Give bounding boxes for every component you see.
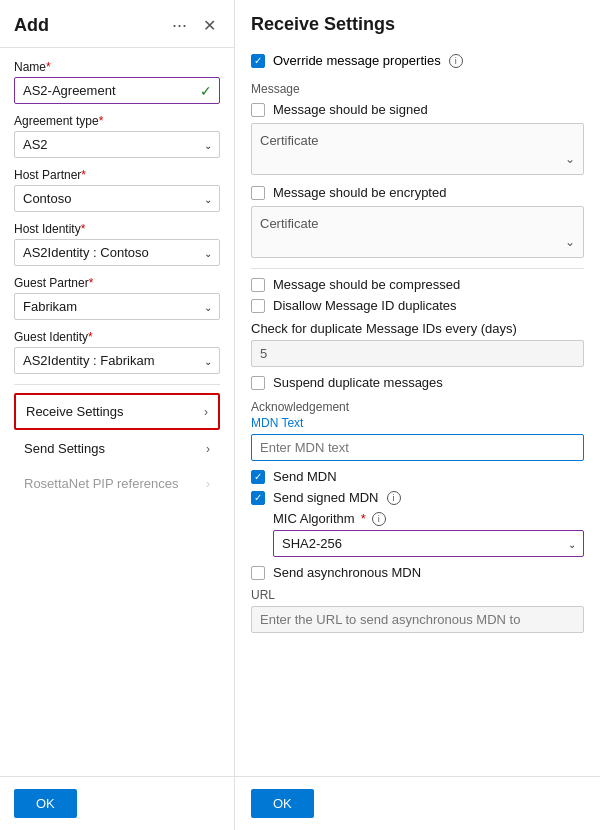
nav-item-rosetta[interactable]: RosettaNet PIP references ›: [14, 467, 220, 500]
right-panel-title: Receive Settings: [251, 14, 395, 34]
more-options-icon[interactable]: ···: [172, 15, 187, 36]
suspend-duplicates-row: Suspend duplicate messages: [251, 375, 584, 390]
mic-dropdown-wrapper: SHA2-256 SHA1 MD5 ⌄: [273, 530, 584, 557]
agreement-type-select[interactable]: AS2: [14, 131, 220, 158]
msg-compressed-row: Message should be compressed: [251, 277, 584, 292]
nav-rosetta-chevron-icon: ›: [206, 477, 210, 491]
host-identity-field-group: Host Identity* AS2Identity : Contoso ⌄: [14, 222, 220, 266]
mic-algorithm-select[interactable]: SHA2-256 SHA1 MD5: [273, 530, 584, 557]
guest-partner-label: Guest Partner*: [14, 276, 220, 290]
host-partner-select-wrapper: Contoso ⌄: [14, 185, 220, 212]
msg-signed-label: Message should be signed: [273, 102, 428, 117]
nav-send-chevron-icon: ›: [206, 442, 210, 456]
guest-identity-field-group: Guest Identity* AS2Identity : Fabrikam ⌄: [14, 330, 220, 374]
host-partner-label: Host Partner*: [14, 168, 220, 182]
mdn-text-input[interactable]: [251, 434, 584, 461]
agreement-type-label: Agreement type*: [14, 114, 220, 128]
send-signed-mdn-info-icon[interactable]: i: [387, 491, 401, 505]
host-identity-select[interactable]: AS2Identity : Contoso: [14, 239, 220, 266]
override-check-icon: ✓: [254, 55, 262, 66]
url-section: URL: [251, 588, 584, 633]
override-row: ✓ Override message properties i: [251, 53, 584, 68]
mic-info-icon[interactable]: i: [372, 512, 386, 526]
name-input[interactable]: [14, 77, 220, 104]
override-checkbox[interactable]: ✓: [251, 54, 265, 68]
divider-1: [251, 268, 584, 269]
mic-required-star: *: [361, 511, 366, 526]
name-field-group: Name* ✓: [14, 60, 220, 104]
msg-compressed-checkbox[interactable]: [251, 278, 265, 292]
left-content: Name* ✓ Agreement type* AS2 ⌄ Host Partn…: [0, 48, 234, 776]
panel-title: Add: [14, 15, 172, 36]
host-partner-select[interactable]: Contoso: [14, 185, 220, 212]
msg-signed-checkbox[interactable]: [251, 103, 265, 117]
certificate1-inner: Certificate ⌄: [252, 124, 583, 174]
send-async-mdn-label: Send asynchronous MDN: [273, 565, 421, 580]
msg-encrypted-checkbox[interactable]: [251, 186, 265, 200]
send-async-mdn-row: Send asynchronous MDN: [251, 565, 584, 580]
close-button[interactable]: ✕: [199, 14, 220, 37]
certificate2-inner: Certificate ⌄: [252, 207, 583, 257]
suspend-duplicates-label: Suspend duplicate messages: [273, 375, 443, 390]
override-info-icon[interactable]: i: [449, 54, 463, 68]
acknowledgement-section: Acknowledgement MDN Text ✓ Send MDN ✓ Se…: [251, 400, 584, 633]
nav-rosetta-label: RosettaNet PIP references: [24, 476, 178, 491]
agreement-type-select-wrapper: AS2 ⌄: [14, 131, 220, 158]
message-section-label: Message: [251, 82, 584, 96]
right-content: ✓ Override message properties i Message …: [235, 45, 600, 776]
certificate2-chevron: ⌄: [252, 233, 583, 253]
certificate1-label: Certificate: [252, 128, 583, 150]
msg-encrypted-row: Message should be encrypted: [251, 185, 584, 200]
nav-item-send[interactable]: Send Settings ›: [14, 432, 220, 465]
nav-send-label: Send Settings: [24, 441, 105, 456]
override-label: Override message properties: [273, 53, 441, 68]
send-signed-mdn-check-icon: ✓: [254, 492, 262, 503]
right-header: Receive Settings: [235, 0, 600, 45]
url-input[interactable]: [251, 606, 584, 633]
send-mdn-check-icon: ✓: [254, 471, 262, 482]
certificate1-chevron-icon: ⌄: [565, 152, 575, 166]
name-input-wrapper: ✓: [14, 77, 220, 104]
msg-signed-row: Message should be signed: [251, 102, 584, 117]
guest-identity-select-wrapper: AS2Identity : Fabrikam ⌄: [14, 347, 220, 374]
disallow-duplicates-label: Disallow Message ID duplicates: [273, 298, 457, 313]
days-input[interactable]: [251, 340, 584, 367]
certificate1-chevron: ⌄: [252, 150, 583, 170]
nav-receive-chevron-icon: ›: [204, 405, 208, 419]
host-partner-field-group: Host Partner* Contoso ⌄: [14, 168, 220, 212]
nav-item-receive[interactable]: Receive Settings ›: [14, 393, 220, 430]
name-label: Name*: [14, 60, 220, 74]
send-mdn-checkbox[interactable]: ✓: [251, 470, 265, 484]
send-signed-mdn-label: Send signed MDN: [273, 490, 379, 505]
guest-partner-select[interactable]: Fabrikam: [14, 293, 220, 320]
mic-algorithm-section: MIC Algorithm * i SHA2-256 SHA1 MD5 ⌄: [273, 511, 584, 557]
left-ok-button[interactable]: OK: [14, 789, 77, 818]
certificate2-chevron-icon: ⌄: [565, 235, 575, 249]
send-mdn-row: ✓ Send MDN: [251, 469, 584, 484]
left-panel: Add ··· ✕ Name* ✓ Agreement type* AS2 ⌄: [0, 0, 235, 830]
guest-identity-select[interactable]: AS2Identity : Fabrikam: [14, 347, 220, 374]
certificate2-box: Certificate ⌄: [251, 206, 584, 258]
msg-compressed-label: Message should be compressed: [273, 277, 460, 292]
host-identity-select-wrapper: AS2Identity : Contoso ⌄: [14, 239, 220, 266]
right-ok-button[interactable]: OK: [251, 789, 314, 818]
nav-receive-label: Receive Settings: [26, 404, 124, 419]
url-label: URL: [251, 588, 584, 602]
mic-algorithm-label: MIC Algorithm: [273, 511, 355, 526]
suspend-duplicates-checkbox[interactable]: [251, 376, 265, 390]
mdn-text-label: MDN Text: [251, 416, 584, 430]
mic-label-row: MIC Algorithm * i: [273, 511, 584, 526]
nav-divider: [14, 384, 220, 385]
guest-partner-select-wrapper: Fabrikam ⌄: [14, 293, 220, 320]
host-identity-label: Host Identity*: [14, 222, 220, 236]
guest-partner-field-group: Guest Partner* Fabrikam ⌄: [14, 276, 220, 320]
send-async-mdn-checkbox[interactable]: [251, 566, 265, 580]
disallow-duplicates-checkbox[interactable]: [251, 299, 265, 313]
disallow-duplicates-row: Disallow Message ID duplicates: [251, 298, 584, 313]
send-signed-mdn-row: ✓ Send signed MDN i: [251, 490, 584, 505]
send-mdn-label: Send MDN: [273, 469, 337, 484]
name-check-icon: ✓: [200, 83, 212, 99]
send-signed-mdn-checkbox[interactable]: ✓: [251, 491, 265, 505]
certificate1-box: Certificate ⌄: [251, 123, 584, 175]
certificate2-label: Certificate: [252, 211, 583, 233]
